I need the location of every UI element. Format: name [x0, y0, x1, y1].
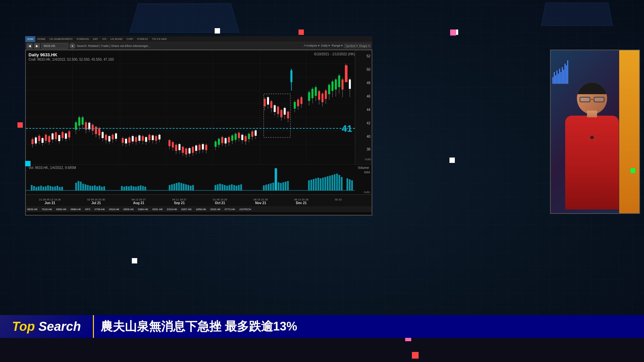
presenter-neck — [587, 111, 597, 117]
top-text-search: Search — [35, 319, 81, 334]
tab-foreign[interactable]: FOREIGN — [75, 36, 91, 42]
svg-rect-260 — [287, 181, 289, 190]
svg-rect-250 — [263, 185, 265, 190]
svg-rect-112 — [215, 141, 217, 147]
tab-usbund[interactable]: US BUND — [108, 36, 124, 42]
svg-rect-68 — [128, 137, 130, 143]
presenter-body — [565, 116, 619, 209]
volume-auto: Auto — [364, 190, 370, 194]
svg-rect-157 — [294, 102, 296, 109]
bar-5 — [558, 74, 559, 84]
tab-shibor[interactable]: CN SHIBOR/REPO — [47, 36, 74, 42]
date-label-nov: Nov 21 — [255, 201, 266, 205]
chart-subtitle: Cndl: 9633.HK, 1/4/2022, 52.500, 52.550,… — [29, 58, 114, 61]
svg-rect-58 — [108, 136, 110, 141]
analysis-label[interactable]: ↗Analysis ▾ — [303, 44, 320, 48]
svg-rect-104 — [195, 145, 197, 151]
tab-vix[interactable]: VIX — [100, 36, 108, 42]
svg-rect-34 — [65, 133, 67, 139]
svg-rect-175 — [328, 85, 330, 94]
bar-2 — [554, 72, 555, 84]
svg-rect-196 — [47, 185, 49, 190]
symbol-shape[interactable]: Symbol ▾ Shape ▾ — [344, 44, 371, 48]
tab-home[interactable]: HOME — [35, 36, 47, 42]
tab-tsi[interactable]: TSI VS HKD — [150, 36, 169, 42]
tab-forex2[interactable]: FOREX2 — [135, 36, 150, 42]
back-button[interactable]: ◀ — [26, 43, 33, 49]
chart-container: Daily 9633.HK Cndl: 9633.HK, 1/4/2022, 5… — [25, 50, 372, 216]
svg-rect-215 — [103, 186, 105, 190]
green-indicator — [631, 168, 635, 173]
svg-rect-195 — [45, 186, 47, 190]
svg-rect-102 — [192, 147, 194, 153]
svg-rect-247 — [235, 186, 237, 190]
date-group-nov: 08 15 22 29 Nov 21 — [254, 198, 268, 205]
price-40: 40 — [367, 135, 370, 138]
svg-rect-277 — [349, 179, 351, 190]
svg-rect-242 — [224, 185, 226, 190]
date-group-jun: 21 28 05 12 19 26 Jun 21 — [39, 198, 61, 205]
chart-date-range: 6/10/2021 - 1/13/2022 (HK) — [314, 52, 355, 56]
svg-rect-136 — [255, 130, 257, 136]
svg-rect-249 — [240, 184, 242, 190]
svg-rect-255 — [275, 168, 277, 190]
svg-rect-232 — [180, 183, 182, 190]
date-sub-nov: 08 15 22 29 — [254, 198, 268, 201]
svg-rect-271 — [331, 175, 333, 190]
svg-rect-22 — [45, 135, 47, 141]
svg-rect-40 — [78, 117, 80, 126]
svg-rect-92 — [175, 145, 177, 151]
tab-copi[interactable]: COPI — [124, 36, 135, 42]
svg-rect-181 — [338, 75, 340, 87]
ticker-7018: 7018.HK — [42, 208, 52, 211]
svg-rect-205 — [80, 182, 82, 190]
svg-rect-24 — [48, 136, 50, 142]
svg-rect-80 — [149, 135, 151, 140]
svg-rect-233 — [183, 184, 184, 190]
tab-dat[interactable]: DAT — [91, 36, 100, 42]
svg-rect-26 — [52, 133, 54, 139]
price-48: 48 — [367, 81, 370, 85]
svg-rect-224 — [140, 185, 142, 190]
svg-rect-214 — [101, 187, 103, 190]
presenter-glasses — [580, 97, 604, 103]
daily-label[interactable]: Daily ▾ — [321, 44, 330, 48]
svg-rect-84 — [155, 136, 157, 141]
svg-rect-269 — [327, 176, 328, 190]
symbol-input-display[interactable]: 9633.HK — [41, 43, 68, 49]
svg-rect-124 — [234, 134, 236, 140]
bar-1 — [552, 77, 553, 84]
svg-rect-155 — [290, 70, 292, 82]
volume-bars — [26, 168, 355, 192]
svg-rect-32 — [62, 132, 64, 138]
tab-som[interactable]: SOM — [25, 36, 35, 42]
range-label[interactable]: Range ▾ — [331, 44, 343, 48]
presenter-mic — [590, 136, 594, 139]
price-axis: 52 50 48 46 44 42 40 38 Auto — [355, 50, 372, 164]
forward-button[interactable]: ▶ — [34, 43, 40, 49]
svg-rect-264 — [315, 178, 317, 190]
price-42: 42 — [367, 121, 370, 125]
date-group-jan: 03 10 — [335, 198, 341, 205]
price-44: 44 — [367, 108, 370, 112]
svg-rect-108 — [202, 144, 204, 149]
presenter-background — [551, 50, 639, 213]
svg-rect-96 — [182, 147, 184, 153]
svg-rect-258 — [282, 182, 284, 190]
svg-rect-120 — [228, 137, 230, 142]
ticker-0267: 0267.HK — [181, 208, 192, 211]
svg-rect-206 — [82, 184, 84, 190]
svg-rect-259 — [285, 182, 286, 190]
glasses-left — [580, 97, 590, 102]
date-sub-oct: 01 08 15 25 — [213, 198, 227, 201]
svg-rect-128 — [241, 135, 243, 140]
svg-rect-220 — [130, 186, 132, 190]
svg-rect-236 — [190, 186, 192, 190]
svg-rect-192 — [38, 186, 40, 190]
svg-rect-122 — [231, 135, 233, 141]
svg-rect-263 — [313, 179, 315, 190]
svg-rect-193 — [40, 186, 42, 190]
ticker-2319: 2319.HK — [167, 208, 177, 211]
date-label-aug: Aug 21 — [133, 201, 144, 205]
svg-rect-212 — [96, 186, 98, 190]
